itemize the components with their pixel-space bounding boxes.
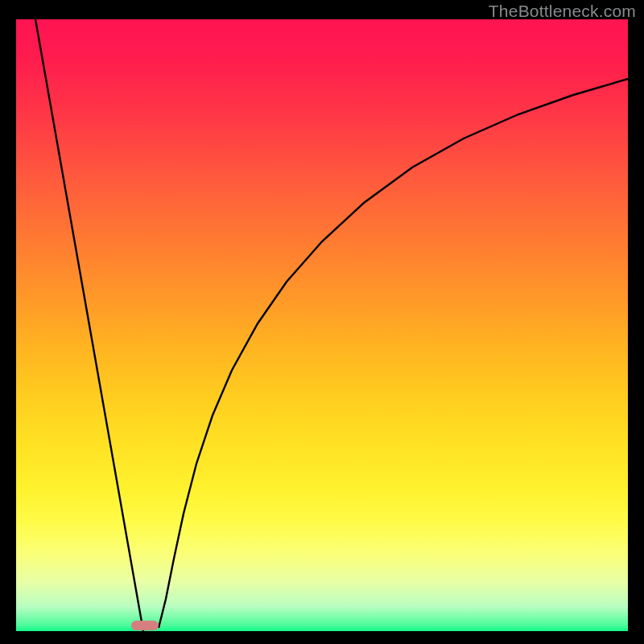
chart-frame bbox=[16, 19, 628, 631]
bottleneck-curve bbox=[16, 19, 628, 631]
plot-area bbox=[16, 19, 628, 631]
watermark-text: TheBottleneck.com bbox=[489, 2, 636, 21]
curve-right-branch bbox=[159, 79, 628, 628]
optimal-point-marker bbox=[131, 621, 159, 630]
curve-left-branch bbox=[35, 19, 143, 631]
